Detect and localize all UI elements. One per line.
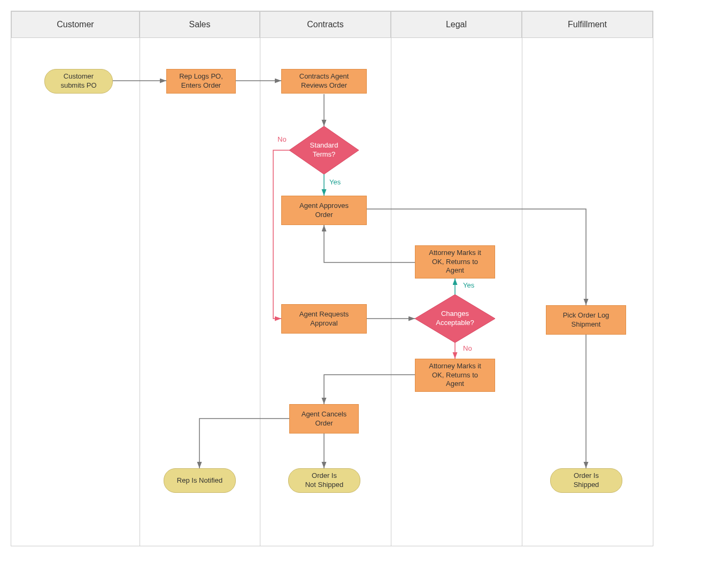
lane-header-legal: Legal	[391, 11, 522, 38]
node-label: Order IsNot Shipped	[305, 471, 344, 490]
lane-divider	[522, 38, 522, 546]
node-label: Rep Is Notified	[177, 476, 222, 485]
edge-label-yes: Yes	[329, 178, 341, 186]
lane-divider	[260, 38, 260, 546]
lane-label: Sales	[189, 20, 210, 29]
node-label: Agent ApprovesOrder	[299, 202, 349, 220]
process-attorney-ok: Attorney Marks itOK, Returns toAgent	[415, 245, 495, 278]
terminator-not-shipped: Order IsNot Shipped	[288, 468, 360, 493]
decision-standard-terms: StandardTerms?	[289, 126, 359, 174]
edge-label-no: No	[463, 344, 472, 352]
lane-label: Customer	[57, 20, 94, 29]
edge-label-no: No	[277, 135, 287, 143]
node-label: Rep Logs PO,Enters Order	[179, 72, 223, 90]
lane-divider	[140, 38, 140, 546]
node-label: Contracts AgentReviews Order	[299, 72, 349, 90]
node-label: Agent CancelsOrder	[302, 410, 347, 428]
process-reviews: Contracts AgentReviews Order	[281, 69, 367, 94]
process-pick-order: Pick Order LogShipment	[546, 305, 626, 335]
node-label: Customersubmits PO	[60, 72, 96, 90]
process-requests: Agent RequestsApproval	[281, 304, 367, 334]
terminator-start: Customersubmits PO	[44, 69, 113, 94]
process-cancels: Agent CancelsOrder	[289, 404, 359, 434]
node-label: StandardTerms?	[310, 141, 338, 158]
terminator-shipped: Order IsShipped	[550, 468, 622, 493]
edge-label-yes: Yes	[463, 281, 474, 289]
node-label: Attorney Marks itOK, Returns toAgent	[429, 362, 481, 389]
lane-header-fulfillment: Fulfillment	[522, 11, 653, 38]
lane-divider	[391, 38, 391, 546]
lane-header-contracts: Contracts	[260, 11, 391, 38]
node-label: Agent RequestsApproval	[299, 310, 349, 328]
node-label: Attorney Marks itOK, Returns toAgent	[429, 249, 481, 276]
process-rep-logs: Rep Logs PO,Enters Order	[166, 69, 236, 94]
process-approves: Agent ApprovesOrder	[281, 196, 367, 225]
lane-header-customer: Customer	[11, 11, 140, 38]
lane-header-sales: Sales	[140, 11, 260, 38]
terminator-rep-notified: Rep Is Notified	[164, 468, 236, 493]
lane-label: Legal	[446, 20, 467, 29]
swimlane-diagram: Customer Sales Contracts Legal Fulfillme…	[11, 11, 653, 546]
node-label: Order IsShipped	[574, 471, 599, 490]
process-attorney-no: Attorney Marks itOK, Returns toAgent	[415, 359, 495, 392]
node-label: ChangesAcceptable?	[436, 310, 474, 327]
node-label: Pick Order LogShipment	[563, 311, 610, 329]
decision-changes-acceptable: ChangesAcceptable?	[415, 295, 495, 343]
lane-label: Fulfillment	[568, 20, 607, 29]
lane-label: Contracts	[307, 20, 343, 29]
